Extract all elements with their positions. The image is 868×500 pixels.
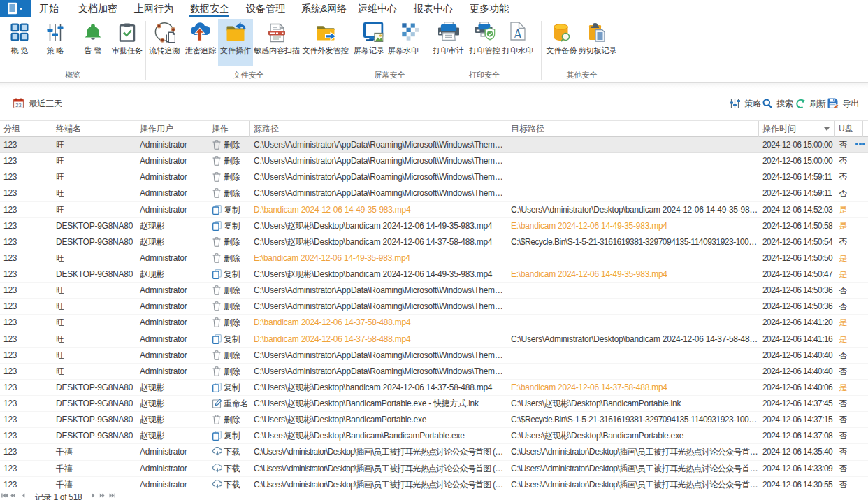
svg-text:A: A	[514, 27, 523, 41]
svg-text:23: 23	[15, 102, 21, 108]
